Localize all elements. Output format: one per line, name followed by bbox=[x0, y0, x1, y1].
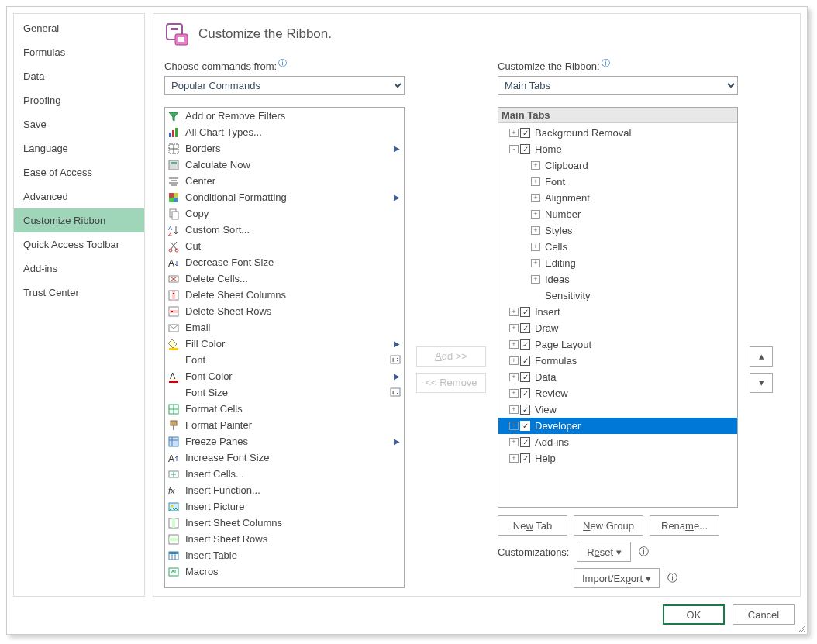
tree-item[interactable]: +Editing bbox=[498, 255, 737, 271]
command-item[interactable]: Cut bbox=[165, 238, 404, 254]
expand-icon[interactable]: + bbox=[509, 405, 519, 414]
expand-icon[interactable]: + bbox=[531, 194, 540, 202]
new-group-button[interactable]: New Group bbox=[574, 515, 643, 536]
info-icon[interactable]: ⓘ bbox=[278, 58, 287, 67]
add-button[interactable]: Add >> bbox=[416, 346, 486, 367]
move-up-button[interactable]: ▴ bbox=[750, 346, 773, 367]
command-item[interactable]: Format Painter bbox=[165, 417, 404, 433]
expand-icon[interactable]: + bbox=[509, 129, 519, 137]
customize-ribbon-dropdown[interactable]: Main Tabs bbox=[498, 76, 738, 95]
sidebar-item-language[interactable]: Language bbox=[14, 136, 144, 160]
tree-item[interactable]: +✓Page Layout bbox=[498, 336, 737, 353]
sidebar-item-advanced[interactable]: Advanced bbox=[14, 184, 144, 208]
expand-icon[interactable]: + bbox=[509, 373, 519, 381]
command-item[interactable]: All Chart Types... bbox=[165, 124, 404, 140]
expand-icon[interactable]: + bbox=[509, 308, 519, 316]
tree-item[interactable]: +✓Developer bbox=[498, 418, 737, 434]
tree-item[interactable]: Sensitivity bbox=[498, 288, 737, 304]
info-icon[interactable]: ⓘ bbox=[667, 571, 677, 585]
sidebar-item-add-ins[interactable]: Add-ins bbox=[14, 257, 144, 281]
tree-item[interactable]: +Cells bbox=[498, 239, 737, 255]
command-item[interactable]: Insert Table bbox=[165, 547, 404, 563]
expand-icon[interactable]: + bbox=[509, 356, 519, 365]
info-icon[interactable]: ⓘ bbox=[639, 545, 649, 559]
command-item[interactable]: Freeze Panes▶ bbox=[165, 433, 404, 449]
checkbox[interactable]: ✓ bbox=[520, 339, 530, 350]
info-icon[interactable]: ⓘ bbox=[602, 58, 610, 67]
command-item[interactable]: Delete Sheet Rows bbox=[165, 303, 404, 319]
command-item[interactable]: Conditional Formatting▶ bbox=[165, 189, 404, 205]
expand-icon[interactable]: + bbox=[509, 422, 519, 430]
expand-icon[interactable]: + bbox=[531, 275, 540, 284]
command-item[interactable]: Delete Sheet Columns bbox=[165, 287, 404, 303]
ok-button[interactable]: OK bbox=[663, 604, 725, 625]
checkbox[interactable]: ✓ bbox=[520, 437, 530, 447]
checkbox[interactable]: ✓ bbox=[520, 128, 530, 138]
command-item[interactable]: AFont Color▶ bbox=[165, 368, 404, 384]
command-item[interactable]: Font SizeI bbox=[165, 384, 404, 401]
sidebar-item-customize-ribbon[interactable]: Customize Ribbon bbox=[14, 208, 144, 232]
tree-item[interactable]: +✓Draw bbox=[498, 320, 737, 336]
tree-item[interactable]: +✓Add-ins bbox=[498, 434, 737, 450]
command-item[interactable]: Center bbox=[165, 173, 404, 189]
checkbox[interactable]: ✓ bbox=[520, 323, 530, 333]
expand-icon[interactable]: + bbox=[531, 177, 540, 186]
expand-icon[interactable]: + bbox=[531, 226, 540, 235]
expand-icon[interactable]: + bbox=[509, 438, 519, 446]
expand-icon[interactable]: + bbox=[509, 340, 519, 349]
resize-grip[interactable] bbox=[796, 623, 805, 632]
reset-button[interactable]: Reset ▾ bbox=[577, 542, 631, 562]
command-item[interactable]: Macros bbox=[165, 563, 404, 580]
expand-icon[interactable]: + bbox=[531, 243, 540, 251]
command-item[interactable]: Add or Remove Filters bbox=[165, 108, 404, 124]
expand-icon[interactable]: + bbox=[509, 324, 519, 332]
command-item[interactable]: AZCustom Sort... bbox=[165, 222, 404, 238]
sidebar-item-data[interactable]: Data bbox=[14, 64, 144, 88]
tree-item[interactable]: +✓View bbox=[498, 401, 737, 418]
checkbox[interactable]: ✓ bbox=[520, 388, 530, 398]
checkbox[interactable]: ✓ bbox=[520, 307, 530, 317]
command-item[interactable]: Borders▶ bbox=[165, 140, 404, 157]
tree-item[interactable]: -✓Home bbox=[498, 141, 737, 157]
collapse-icon[interactable]: - bbox=[509, 145, 519, 153]
sidebar-item-trust-center[interactable]: Trust Center bbox=[14, 281, 144, 305]
expand-icon[interactable]: + bbox=[509, 389, 519, 398]
command-item[interactable]: fxInsert Function... bbox=[165, 482, 404, 498]
checkbox[interactable]: ✓ bbox=[520, 405, 530, 415]
command-item[interactable]: Fill Color▶ bbox=[165, 336, 404, 352]
checkbox[interactable]: ✓ bbox=[520, 453, 530, 463]
choose-commands-dropdown[interactable]: Popular Commands bbox=[164, 76, 405, 95]
tree-item[interactable]: +Ideas bbox=[498, 271, 737, 288]
checkbox[interactable]: ✓ bbox=[520, 356, 530, 366]
ribbon-tree[interactable]: Main Tabs +✓Background Removal-✓Home+Cli… bbox=[498, 107, 738, 508]
expand-icon[interactable]: + bbox=[531, 210, 540, 219]
tree-item[interactable]: +✓Background Removal bbox=[498, 125, 737, 141]
command-item[interactable]: Email bbox=[165, 319, 404, 336]
tree-item[interactable]: +Number bbox=[498, 206, 737, 222]
command-item[interactable]: Delete Cells... bbox=[165, 270, 404, 287]
tree-item[interactable]: +✓Review bbox=[498, 385, 737, 401]
command-item[interactable]: Insert Sheet Columns bbox=[165, 515, 404, 531]
command-item[interactable]: FontI bbox=[165, 352, 404, 368]
command-item[interactable]: ADecrease Font Size bbox=[165, 254, 404, 270]
cancel-button[interactable]: Cancel bbox=[733, 604, 795, 625]
expand-icon[interactable]: + bbox=[531, 259, 540, 267]
import-export-button[interactable]: Import/Export ▾ bbox=[574, 568, 660, 588]
tree-item[interactable]: +✓Help bbox=[498, 450, 737, 467]
tree-item[interactable]: +Styles bbox=[498, 222, 737, 239]
checkbox[interactable]: ✓ bbox=[520, 421, 530, 431]
command-item[interactable]: Insert Sheet Rows bbox=[165, 531, 404, 547]
sidebar-item-quick-access-toolbar[interactable]: Quick Access Toolbar bbox=[14, 232, 144, 257]
checkbox[interactable]: ✓ bbox=[520, 372, 530, 382]
expand-icon[interactable]: + bbox=[531, 161, 540, 170]
tree-item[interactable]: +✓Insert bbox=[498, 304, 737, 320]
tree-item[interactable]: +Font bbox=[498, 174, 737, 190]
sidebar-item-formulas[interactable]: Formulas bbox=[14, 40, 144, 64]
command-item[interactable]: Calculate Now bbox=[165, 157, 404, 173]
expand-icon[interactable]: + bbox=[509, 454, 519, 463]
command-item[interactable]: Insert Picture bbox=[165, 498, 404, 515]
command-item[interactable]: Format Cells bbox=[165, 401, 404, 417]
command-item[interactable]: Insert Cells... bbox=[165, 466, 404, 482]
sidebar-item-ease-of-access[interactable]: Ease of Access bbox=[14, 160, 144, 184]
sidebar-item-general[interactable]: General bbox=[14, 16, 144, 40]
